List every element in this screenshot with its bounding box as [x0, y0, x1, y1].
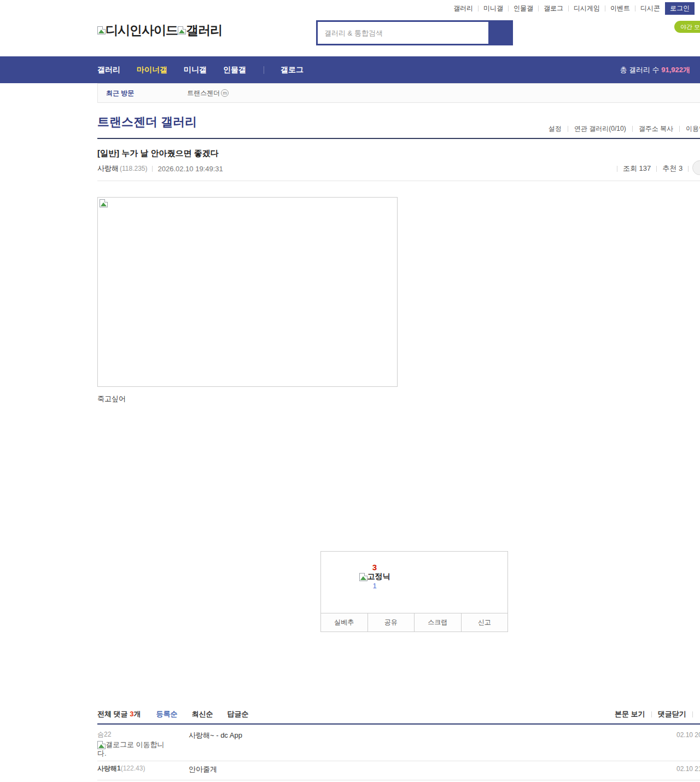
gallery-utility-links: 설정 연관 갤러리(0/10) 갤주소 복사 이용안내 — [549, 124, 700, 134]
recent-visit-gallery[interactable]: 트랜스젠더 m — [187, 89, 229, 98]
comment-author-nick[interactable]: 슴22 — [97, 730, 185, 739]
nav-item-mini-gallery[interactable]: 미니갤 — [184, 65, 207, 75]
post-author-ip: (118.235) — [120, 165, 147, 172]
divider — [264, 66, 264, 74]
comment-author-nick[interactable]: 사랑해1 — [97, 764, 121, 772]
topbar-link-persongal[interactable]: 인물갤 — [514, 4, 533, 13]
downvote-count[interactable]: 1 — [345, 582, 405, 590]
divider — [568, 126, 568, 132]
post-author[interactable]: 사랑해 — [97, 164, 119, 173]
total-gallery-count: 총 갤러리 수 91,922개 — [620, 65, 700, 75]
share-button[interactable]: 공유 — [368, 613, 415, 632]
logo-text-gallery: 갤러리 — [186, 22, 222, 39]
divider — [692, 711, 693, 717]
comment-date: 02.10 20 — [676, 731, 700, 739]
search-button[interactable] — [488, 22, 511, 44]
comments-sort-tabs: 등록순 최신순 답글순 — [156, 709, 248, 719]
topbar-link-event[interactable]: 이벤트 — [610, 4, 630, 13]
total-gallery-label: 총 갤러리 수 — [620, 66, 659, 74]
login-button[interactable]: 로그인 — [665, 2, 695, 15]
copy-gallery-url-link[interactable]: 갤주소 복사 — [639, 124, 673, 134]
divider — [538, 5, 539, 11]
broken-image-icon — [359, 573, 368, 581]
sort-latest-tab[interactable]: 최신순 — [191, 709, 213, 719]
sort-registered-tab[interactable]: 등록순 — [156, 709, 177, 719]
post-stats: 조회 137 추천 3 — [617, 164, 689, 173]
nav-item-gallery[interactable]: 갤러리 — [97, 65, 120, 75]
gallog-alt-text: 갤로그로 이동합니다. — [97, 740, 165, 757]
post-extra-button[interactable] — [692, 160, 700, 175]
recent-visit-label[interactable]: 최근 방문 — [106, 89, 134, 98]
comment-text: 사랑해~ - dc App — [189, 731, 242, 740]
search-input[interactable] — [318, 22, 488, 44]
divider — [651, 711, 652, 717]
site-logo[interactable]: 디시인사이드갤러리 — [97, 22, 222, 39]
recent-gallery-name: 트랜스젠더 — [187, 89, 220, 98]
comment-date: 02.10 21 — [676, 765, 700, 773]
broken-image-icon — [100, 199, 108, 207]
search-box — [316, 20, 513, 45]
broken-image-icon — [97, 26, 106, 34]
broken-image-icon — [97, 741, 106, 749]
topbar-link-gallog[interactable]: 갤로그 — [544, 4, 563, 13]
divider — [568, 5, 569, 11]
topbar-link-dccon[interactable]: 디시콘 — [640, 4, 660, 13]
silbechu-button[interactable]: 실베추 — [321, 613, 368, 632]
comment-author-block: 사랑해1(122.43) — [97, 764, 185, 773]
close-comments-button[interactable]: 댓글닫기 — [658, 709, 686, 719]
vote-counts: 3 고정닉 1 — [321, 563, 508, 613]
comments-total-suffix: 개 — [133, 710, 141, 718]
comments-header: 전체 댓글 3개 등록순 최신순 답글순 — [97, 709, 248, 719]
comments-total-label: 전체 댓글 — [97, 710, 128, 718]
divider — [688, 166, 689, 172]
recent-visit-bar: 최근 방문 트랜스젠더 m — [97, 83, 700, 103]
broken-image-icon — [178, 26, 186, 34]
divider — [656, 166, 657, 172]
comments-header-actions: 본문 보기 댓글닫기 — [615, 709, 693, 719]
divider — [617, 166, 617, 172]
usage-guide-link[interactable]: 이용안내 — [686, 124, 700, 134]
view-post-button[interactable]: 본문 보기 — [615, 709, 645, 719]
divider — [605, 5, 605, 11]
scrap-button[interactable]: 스크랩 — [414, 613, 461, 632]
divider — [632, 126, 633, 132]
post-title: [일반] 누가 날 안아줬으면 좋겠다 — [97, 148, 219, 159]
section-rule — [97, 138, 700, 139]
vote-box: 3 고정닉 1 실베추 공유 스크랩 신고 — [320, 551, 508, 632]
post-date: 2026.02.10 19:49:31 — [158, 165, 223, 173]
divider — [152, 166, 153, 172]
sort-reply-tab[interactable]: 답글순 — [227, 709, 248, 719]
night-mode-button[interactable]: 야간 모드 — [674, 21, 700, 33]
comment-author-gallog-link[interactable]: 갤로그로 이동합니다. — [97, 740, 171, 758]
divider — [679, 126, 680, 132]
report-button[interactable]: 신고 — [461, 613, 508, 632]
upvote-count[interactable]: 3 — [345, 563, 405, 572]
post-body-text: 죽고싶어 — [97, 394, 126, 404]
dcinside-post-page: 갤러리 미니갤 인물갤 갤로그 디시게임 이벤트 디시콘 로그인 디시인사이드갤… — [0, 0, 700, 782]
topbar-link-minigal[interactable]: 미니갤 — [483, 4, 503, 13]
view-count: 조회 137 — [623, 164, 651, 173]
post-action-bar: 실베추 공유 스크랩 신고 — [321, 613, 508, 632]
fixed-nick-row: 고정닉 — [345, 572, 405, 582]
top-utility-bar: 갤러리 미니갤 인물갤 갤로그 디시게임 이벤트 디시콘 로그인 — [0, 0, 700, 16]
nav-item-person-gallery[interactable]: 인물갤 — [223, 65, 246, 75]
divider — [508, 5, 509, 11]
post-image-placeholder — [97, 197, 398, 387]
topbar-link-gallery[interactable]: 갤러리 — [453, 4, 473, 13]
logo-text-dcinside: 디시인사이드 — [106, 22, 178, 39]
gallery-title[interactable]: 트랜스젠더 갤러리 — [97, 114, 197, 130]
divider — [97, 181, 700, 181]
nav-item-minor-gallery[interactable]: 마이너갤 — [137, 65, 167, 75]
total-gallery-number: 91,922개 — [661, 66, 690, 74]
nav-item-gallog[interactable]: 갤로그 — [281, 65, 304, 75]
comments-total: 전체 댓글 3개 — [97, 709, 141, 719]
comment-text: 안아줄게 — [189, 764, 217, 774]
related-galleries-link[interactable]: 연관 갤러리(0/10) — [574, 124, 626, 134]
post-meta: 사랑해 (118.235) 2026.02.10 19:49:31 — [97, 164, 223, 173]
comment-author-block: 슴22 갤로그로 이동합니다. — [97, 730, 185, 758]
gallery-settings-link[interactable]: 설정 — [549, 124, 562, 134]
divider — [97, 761, 700, 761]
topbar-link-dcgame[interactable]: 디시게임 — [574, 4, 600, 13]
fixed-nick-label: 고정닉 — [368, 572, 390, 582]
comments-rule — [97, 723, 700, 725]
